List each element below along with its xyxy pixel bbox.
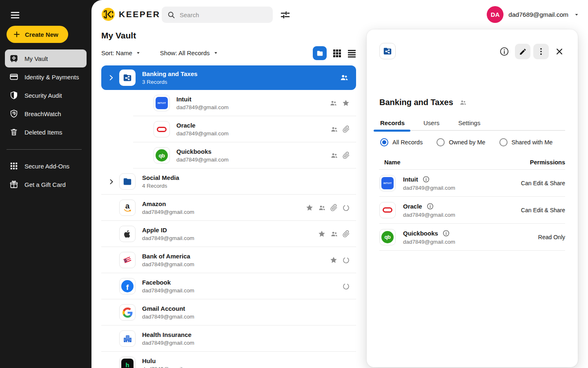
sidebar-item-my-vault[interactable]: My Vault xyxy=(5,49,87,67)
grid-view-button[interactable] xyxy=(333,49,341,57)
record-row-gmail[interactable]: Gmail Account dad7849@gmail.com xyxy=(101,299,356,325)
favorite-icon xyxy=(318,230,326,238)
radio-icon[interactable] xyxy=(499,138,508,146)
record-email: dad7849@gmail.com xyxy=(403,185,455,191)
column-name: Name xyxy=(384,159,401,166)
record-name: Hulu xyxy=(142,357,194,364)
record-name: Quickbooks xyxy=(176,148,229,155)
main-surface: KEEPER ® DA dad7689@gmail.com My Vault S… xyxy=(91,0,588,368)
search-input[interactable] xyxy=(180,11,261,18)
search-box[interactable] xyxy=(162,7,273,23)
record-row-apple-id[interactable]: Apple ID dad7849@gmail.com xyxy=(101,221,356,247)
radio-selected-icon[interactable] xyxy=(380,138,388,146)
info-icon[interactable] xyxy=(422,175,430,183)
radio-icon[interactable] xyxy=(437,138,445,146)
page-title: My Vault xyxy=(101,31,136,40)
apple-logo xyxy=(119,226,136,242)
panel-row-quickbooks[interactable]: qb Quickbooks dad7849@gmail.com Read Onl… xyxy=(379,224,565,251)
sidebar-item-secure-add-ons[interactable]: Secure Add-Ons xyxy=(5,157,87,175)
folder-icon xyxy=(119,173,136,190)
record-row-hulu[interactable]: h Hulu dad7849@gmail.com xyxy=(101,352,356,368)
filter-all-records[interactable]: All Records xyxy=(380,138,423,146)
sidebar-item-label: My Vault xyxy=(24,55,48,62)
sidebar-item-label: Security Audit xyxy=(24,92,62,99)
favorite-icon xyxy=(342,99,350,107)
folder-name: Banking and Taxes xyxy=(142,70,198,77)
tab-users[interactable]: Users xyxy=(423,116,440,130)
amazon-logo: a xyxy=(119,200,136,216)
sidebar-item-label: Secure Add-Ons xyxy=(24,163,69,170)
panel-title: Banking and Taxes xyxy=(379,98,453,107)
tab-settings[interactable]: Settings xyxy=(457,116,481,130)
hamburger-menu-icon[interactable] xyxy=(10,10,20,20)
record-email: dad7849@gmail.com xyxy=(176,157,229,163)
record-email: dad7849@gmail.com xyxy=(403,212,455,218)
folder-name: Social Media xyxy=(142,174,179,181)
folder-row-banking-and-taxes[interactable]: Banking and Taxes 3 Records xyxy=(101,65,356,90)
trash-icon xyxy=(9,128,18,137)
record-row-quickbooks[interactable]: qb Quickbooks dad7849@gmail.com xyxy=(101,142,356,168)
record-row-oracle[interactable]: Oracle dad7849@gmail.com xyxy=(101,116,356,142)
column-permissions: Permissions xyxy=(530,159,565,166)
folder-view-button[interactable] xyxy=(313,46,327,60)
shared-folder-icon xyxy=(119,70,136,86)
record-row-health-insurance[interactable]: Health Insurance dad7849@gmail.com xyxy=(101,325,356,352)
google-logo xyxy=(119,304,136,321)
grid-icon xyxy=(9,162,18,171)
chevron-right-icon[interactable] xyxy=(106,74,116,81)
account-menu[interactable]: DA dad7689@gmail.com xyxy=(487,6,580,23)
panel-tabs: Records Users Settings xyxy=(379,116,565,131)
folder-row-social-media[interactable]: Social Media 4 Records xyxy=(101,168,356,195)
keeper-logo: KEEPER ® xyxy=(101,7,166,21)
info-icon[interactable] xyxy=(442,229,450,237)
rotation-icon xyxy=(342,204,350,212)
chevron-right-icon[interactable] xyxy=(106,178,116,185)
record-email: dad7849@gmail.com xyxy=(142,340,194,346)
record-name: Apple ID xyxy=(142,227,194,233)
sort-dropdown[interactable]: Sort: Name xyxy=(101,49,141,56)
oracle-logo xyxy=(154,121,170,137)
close-button[interactable] xyxy=(552,44,567,59)
sidebar-item-security-audit[interactable]: Security Audit xyxy=(5,86,87,104)
favorite-icon xyxy=(305,204,314,212)
record-row-bank-of-america[interactable]: Bank of America dad7849@gmail.com xyxy=(101,247,356,273)
quickbooks-logo: qb xyxy=(379,229,396,245)
shared-icon xyxy=(330,230,338,238)
close-icon xyxy=(555,47,564,56)
record-name: Intuit xyxy=(176,96,229,103)
record-row-facebook[interactable]: f Facebook dad7849@gmail.com xyxy=(101,273,356,299)
panel-record-rows: INTUIT Intuit dad7849@gmail.com Can Edit… xyxy=(379,170,565,251)
info-icon[interactable] xyxy=(426,202,434,210)
shield-icon xyxy=(9,91,18,100)
filter-shared-with-me[interactable]: Shared with Me xyxy=(499,138,553,146)
record-row-amazon[interactable]: a Amazon dad7849@gmail.com xyxy=(101,195,356,221)
avatar[interactable]: DA xyxy=(487,6,503,23)
filter-tune-icon[interactable] xyxy=(280,9,291,20)
list-controls: Sort: Name Show: All Records xyxy=(101,49,219,56)
folder-record-count: 3 Records xyxy=(142,79,198,85)
record-name: Oracle xyxy=(176,122,229,129)
record-name: Bank of America xyxy=(142,253,194,260)
sidebar-item-gift-card[interactable]: Get a Gift Card xyxy=(5,175,87,193)
oracle-logo xyxy=(379,202,396,218)
record-email: dad7849@gmail.com xyxy=(142,261,194,267)
sidebar-item-deleted-items[interactable]: Deleted Items xyxy=(5,123,87,141)
info-button[interactable] xyxy=(497,44,512,59)
tab-records[interactable]: Records xyxy=(379,116,405,130)
panel-row-intuit[interactable]: INTUIT Intuit dad7849@gmail.com Can Edit… xyxy=(379,170,565,197)
list-view-button[interactable] xyxy=(347,49,356,58)
sidebar-item-identity-payments[interactable]: Identity & Payments xyxy=(5,68,87,86)
more-options-button[interactable] xyxy=(533,44,549,59)
record-row-intuit[interactable]: INTUIT Intuit dad7849@gmail.com xyxy=(101,90,356,116)
attachment-icon xyxy=(343,152,350,159)
sidebar-item-breachwatch[interactable]: BreachWatch xyxy=(5,105,87,123)
kebab-menu-icon xyxy=(537,47,545,56)
panel-row-oracle[interactable]: Oracle dad7849@gmail.com Can Edit & Shar… xyxy=(379,197,565,224)
pencil-icon xyxy=(519,48,527,56)
show-dropdown[interactable]: Show: All Records xyxy=(160,49,219,56)
edit-button[interactable] xyxy=(515,44,530,59)
create-new-button[interactable]: Create New xyxy=(7,26,68,43)
record-email: dad7849@gmail.com xyxy=(403,239,455,245)
filter-owned-by-me[interactable]: Owned by Me xyxy=(437,138,485,146)
folder-record-count: 4 Records xyxy=(142,183,179,189)
